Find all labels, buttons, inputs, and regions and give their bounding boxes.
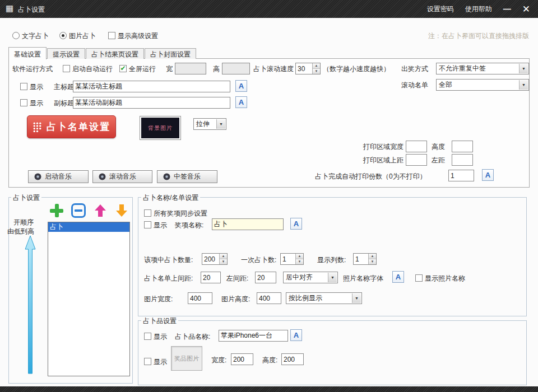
- cd-icon: [163, 173, 170, 180]
- print-area-top-input[interactable]: [406, 154, 427, 166]
- show-prize-item-checkbox[interactable]: [144, 333, 151, 340]
- image-height-input[interactable]: [257, 292, 281, 304]
- prize-item-name-input[interactable]: [219, 330, 288, 342]
- print-font-button[interactable]: A: [482, 169, 494, 181]
- order-hint-line1: 开顺序: [13, 218, 34, 227]
- image-width-input[interactable]: [188, 292, 212, 304]
- fullscreen-label: 全屏运行: [129, 64, 156, 74]
- main-title-font-button[interactable]: A: [235, 80, 247, 92]
- print-area-width-input[interactable]: [406, 141, 427, 152]
- minimize-icon[interactable]: —: [503, 4, 511, 13]
- sync-all-checkbox[interactable]: [144, 209, 151, 217]
- roll-list-select[interactable]: 全部 ▼: [436, 79, 529, 91]
- spin-down-icon[interactable]: ▼: [296, 259, 303, 264]
- chevron-down-icon: ▼: [519, 80, 528, 90]
- alignment-select[interactable]: 居中对齐 ▼: [283, 272, 338, 283]
- spin-up-icon[interactable]: ▲: [296, 254, 303, 259]
- print-area-width-label: 打印区域宽度: [363, 142, 404, 152]
- show-prize-name-checkbox[interactable]: [144, 221, 151, 228]
- item-count-spinner[interactable]: 200 ▲ ▼: [202, 253, 228, 265]
- order-direction-arrow: [25, 236, 36, 374]
- chevron-down-icon: ▼: [328, 273, 337, 282]
- advanced-settings-checkbox[interactable]: [108, 32, 115, 39]
- show-photo-name-label: 显示照片名称: [425, 274, 465, 283]
- prize-item-listbox[interactable]: 占卜: [48, 222, 130, 376]
- stretch-mode-select[interactable]: 拉伸 ▼: [193, 118, 226, 130]
- autorun-label: 启动自动运行: [72, 64, 113, 74]
- left-margin-label: 左间距:: [226, 274, 248, 283]
- background-image-preview: 背景图片: [141, 118, 179, 138]
- autorun-checkbox[interactable]: [63, 65, 70, 72]
- print-count-label: 占卜完成自动打印份数（0为不打印）: [315, 172, 426, 181]
- prize-image-placeholder[interactable]: 奖品图片: [171, 346, 202, 371]
- name-settings-group-label: 占卜名称/名单设置: [141, 193, 200, 203]
- radio-text-mode[interactable]: [12, 32, 20, 39]
- prize-image-width-input[interactable]: [231, 353, 253, 365]
- bottom-bar: [0, 386, 538, 392]
- show-photo-name-checkbox[interactable]: [415, 274, 423, 282]
- fullscreen-checkbox[interactable]: ✔: [119, 65, 127, 72]
- print-area-left-input[interactable]: [452, 154, 473, 166]
- spin-up-icon[interactable]: ▲: [313, 63, 320, 68]
- print-count-input[interactable]: [448, 170, 474, 181]
- add-item-button[interactable]: [49, 203, 64, 218]
- remove-item-button[interactable]: [71, 203, 86, 218]
- tab-cover-settings[interactable]: 占卜封面设置: [145, 48, 196, 59]
- background-image-thumbnail[interactable]: 背景图片: [140, 116, 181, 140]
- width-label: 宽: [166, 64, 173, 74]
- tab-hint-settings[interactable]: 提示设置: [47, 48, 85, 59]
- startup-music-button[interactable]: 启动音乐: [28, 170, 89, 183]
- list-item[interactable]: 占卜: [48, 222, 129, 232]
- show-main-title-checkbox[interactable]: [20, 83, 27, 90]
- window-height-input[interactable]: [222, 63, 250, 74]
- show-sub-title-checkbox[interactable]: [20, 99, 27, 106]
- prize-mode-label: 出奖方式: [401, 64, 428, 74]
- name-list-settings-button[interactable]: 占卜名单设置: [27, 115, 116, 138]
- radio-image-mode[interactable]: [59, 32, 67, 39]
- sub-title-input[interactable]: [73, 97, 230, 109]
- spin-up-icon[interactable]: ▲: [369, 254, 376, 259]
- app-icon: ▦: [6, 3, 13, 13]
- scroll-speed-spinner[interactable]: 30 ▲ ▼: [295, 63, 321, 74]
- prize-name-input[interactable]: [212, 218, 284, 230]
- rolling-music-button[interactable]: 滚动音乐: [92, 170, 152, 183]
- check-icon: ✔: [120, 66, 126, 71]
- height-label: 高: [213, 64, 220, 74]
- sync-all-label: 所有奖项同步设置: [154, 209, 207, 218]
- order-hint-line2: 由低到高: [7, 227, 34, 236]
- window-width-input[interactable]: [175, 63, 206, 74]
- sub-title-font-button[interactable]: A: [235, 96, 247, 108]
- main-title-input[interactable]: [73, 81, 230, 92]
- left-margin-input[interactable]: [255, 272, 276, 283]
- columns-spinner[interactable]: 1 ▲ ▼: [353, 253, 377, 265]
- top-margin-input[interactable]: [201, 272, 221, 283]
- scale-mode-select[interactable]: 按比例显示 ▼: [286, 292, 362, 304]
- per-draw-spinner[interactable]: 1 ▲ ▼: [280, 253, 304, 265]
- move-down-button[interactable]: [114, 203, 129, 218]
- close-icon[interactable]: ✕: [522, 3, 530, 15]
- print-area-height-input[interactable]: [452, 141, 473, 152]
- prize-mode-select[interactable]: 不允许重复中签 ▼: [436, 63, 529, 74]
- prize-item-font-button[interactable]: A: [290, 329, 302, 341]
- spin-down-icon[interactable]: ▼: [220, 259, 227, 264]
- photo-name-font-button[interactable]: A: [392, 271, 404, 283]
- prize-image-height-input[interactable]: [281, 353, 304, 365]
- tab-basic-settings[interactable]: 基础设置: [8, 47, 47, 59]
- titlebar-actions: 设置密码 使用帮助 — ✕: [427, 0, 530, 18]
- tab-result-page-settings[interactable]: 占卜结果页设置: [86, 48, 144, 59]
- window-title: 占卜设置: [18, 5, 45, 15]
- spin-up-icon[interactable]: ▲: [220, 254, 227, 259]
- spin-down-icon[interactable]: ▼: [313, 68, 320, 74]
- roll-list-label: 滚动名单: [401, 81, 428, 90]
- show-prize-image-checkbox[interactable]: [144, 358, 151, 365]
- print-area-height-label: 高度: [432, 142, 445, 152]
- help-link[interactable]: 使用帮助: [465, 4, 492, 14]
- move-up-button[interactable]: [92, 203, 108, 218]
- drag-layout-note: 注：在占卜界面可以直接拖拽排版: [428, 31, 529, 41]
- chevron-down-icon: ▼: [216, 119, 225, 129]
- set-password-link[interactable]: 设置密码: [427, 4, 454, 14]
- prize-name-font-button[interactable]: A: [290, 218, 302, 230]
- radio-text-mode-label: 文字占卜: [22, 31, 49, 41]
- winning-music-button[interactable]: 中签音乐: [157, 170, 217, 183]
- spin-down-icon[interactable]: ▼: [369, 259, 376, 264]
